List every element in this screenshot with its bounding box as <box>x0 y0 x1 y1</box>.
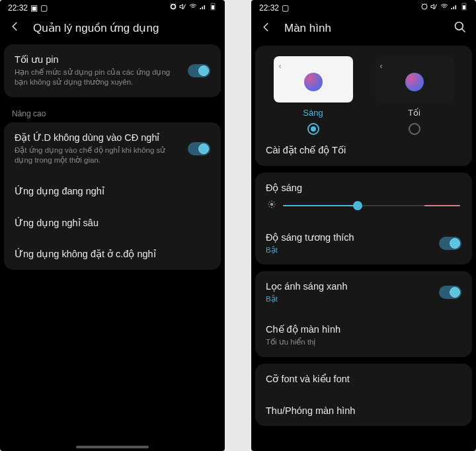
clock: 22:32 <box>259 3 279 13</box>
theme-preview-light: ‹ <box>274 56 353 102</box>
row-adaptive-brightness[interactable]: Độ sáng tương thích Bật <box>255 222 472 265</box>
row-optimize-battery[interactable]: Tối ưu pin Hạn chế mức sử dụng pin của c… <box>4 44 221 97</box>
row-screen-mode[interactable]: Chế độ màn hình Tối ưu hiển thị <box>255 313 472 356</box>
notif-icon: ▣ <box>30 3 38 13</box>
theme-previews: ‹ Sáng ‹ Tối <box>255 46 472 135</box>
home-indicator[interactable] <box>76 446 149 448</box>
signal-icon <box>199 3 207 13</box>
phone-display-settings: 22:32 ▢ Màn hình ‹ Sáng <box>251 0 476 451</box>
svg-rect-1 <box>212 5 214 9</box>
back-icon[interactable] <box>9 20 21 35</box>
search-icon[interactable] <box>454 20 467 36</box>
adaptive-title: Độ sáng tương thích <box>266 231 431 244</box>
theme-label-light: Sáng <box>303 108 323 118</box>
optimize-sub: Hạn chế mức sử dụng pin của các ứng dụng… <box>15 67 180 88</box>
font-label: Cỡ font và kiểu font <box>266 373 461 386</box>
apps-never-label: Ứng dụng không đặt ở c.độ nghỉ <box>15 248 210 261</box>
zoom-label: Thu/Phóng màn hình <box>266 405 461 417</box>
page-title: Màn hình <box>284 22 331 35</box>
card-font: Cỡ font và kiểu font Thu/Phóng màn hình <box>255 364 472 427</box>
brightness-label: Độ sáng <box>266 182 461 194</box>
screenmode-title: Chế độ màn hình <box>266 323 461 336</box>
row-font[interactable]: Cỡ font và kiểu font <box>255 364 472 395</box>
alarm-icon <box>169 3 177 13</box>
mute-icon <box>179 3 187 13</box>
apps-deep-label: Ứng dụng nghỉ sâu <box>15 217 210 229</box>
card-brightness: Độ sáng Độ sáng tương thích Bật <box>255 173 472 265</box>
row-apps-never[interactable]: Ứng dụng không đặt ở c.độ nghỉ <box>4 238 221 270</box>
wifi-icon <box>189 3 197 13</box>
status-bar: 22:32 ▣ ▢ <box>0 0 225 14</box>
theme-preview-dark: ‹ <box>375 56 454 102</box>
toggle-adaptive[interactable] <box>439 237 461 250</box>
row-apps-sleeping[interactable]: Ứng dụng đang nghỉ <box>4 175 221 207</box>
card-theme: ‹ Sáng ‹ Tối Cài đặt chế độ Tối <box>255 46 472 166</box>
phone-app-power: 22:32 ▣ ▢ Quản lý nguồn ứng dụng Tối ưu … <box>0 0 225 451</box>
svg-point-4 <box>456 22 463 30</box>
sun-icon <box>267 200 276 212</box>
notif-icon-2: ▢ <box>40 3 48 13</box>
clock: 22:32 <box>8 3 28 13</box>
svg-point-5 <box>270 202 274 206</box>
status-bar: 22:32 ▢ <box>251 0 476 14</box>
toggle-optimize[interactable] <box>188 64 210 77</box>
header: Màn hình <box>251 14 476 46</box>
row-dark-settings[interactable]: Cài đặt chế độ Tối <box>255 135 472 166</box>
theme-option-light[interactable]: ‹ Sáng <box>267 56 359 135</box>
row-sleep-unused[interactable]: Đặt Ứ.D không dùng vào CĐ nghỉ Đặt ứng d… <box>4 122 221 175</box>
card-optimize: Tối ưu pin Hạn chế mức sử dụng pin của c… <box>4 44 221 97</box>
sleep-unused-sub: Đặt ứng dụng vào chế độ nghỉ khi không s… <box>15 145 180 166</box>
page-title: Quản lý nguồn ứng dụng <box>33 21 159 35</box>
theme-option-dark[interactable]: ‹ Tối <box>368 56 460 135</box>
screenmode-sub: Tối ưu hiển thị <box>266 337 461 348</box>
brightness-slider-row <box>255 194 472 222</box>
battery-icon <box>209 3 217 13</box>
mute-icon <box>430 3 438 13</box>
bluelight-title: Lọc ánh sáng xanh <box>266 280 431 293</box>
arrow-icon: ‹ <box>380 62 383 71</box>
row-zoom[interactable]: Thu/Phóng màn hình <box>255 395 472 427</box>
content: ‹ Sáng ‹ Tối Cài đặt chế độ Tối <box>251 46 476 451</box>
header: Quản lý nguồn ứng dụng <box>0 14 225 44</box>
svg-rect-3 <box>463 5 465 9</box>
wallpaper-orb <box>405 73 424 91</box>
optimize-title: Tối ưu pin <box>15 54 180 66</box>
theme-label-dark: Tối <box>408 108 420 118</box>
card-bluelight: Lọc ánh sáng xanh Bật Chế độ màn hình Tố… <box>255 271 472 357</box>
radio-dark[interactable] <box>409 123 420 135</box>
content: Tối ưu pin Hạn chế mức sử dụng pin của c… <box>0 44 225 451</box>
apps-sleeping-label: Ứng dụng đang nghỉ <box>15 185 210 198</box>
adaptive-state: Bật <box>266 245 431 256</box>
battery-icon <box>460 3 468 13</box>
radio-light[interactable] <box>307 123 319 135</box>
notif-icon: ▢ <box>282 3 289 13</box>
wifi-icon <box>440 3 448 13</box>
section-advanced: Nâng cao <box>0 104 225 122</box>
toggle-sleep-unused[interactable] <box>188 142 210 155</box>
bluelight-state: Bật <box>266 294 431 305</box>
card-advanced: Đặt Ứ.D không dùng vào CĐ nghỉ Đặt ứng d… <box>4 122 221 270</box>
brightness-slider[interactable] <box>283 205 460 206</box>
back-icon[interactable] <box>260 21 272 36</box>
signal-icon <box>450 3 458 13</box>
sleep-unused-title: Đặt Ứ.D không dùng vào CĐ nghỉ <box>15 132 180 144</box>
row-apps-deep[interactable]: Ứng dụng nghỉ sâu <box>4 207 221 239</box>
row-brightness-label: Độ sáng <box>255 173 472 194</box>
row-bluelight[interactable]: Lọc ánh sáng xanh Bật <box>255 271 472 313</box>
dark-settings-label: Cài đặt chế độ Tối <box>266 144 461 157</box>
wallpaper-orb <box>304 73 323 91</box>
arrow-icon: ‹ <box>279 62 282 71</box>
toggle-bluelight[interactable] <box>439 286 461 299</box>
alarm-icon <box>420 3 428 13</box>
